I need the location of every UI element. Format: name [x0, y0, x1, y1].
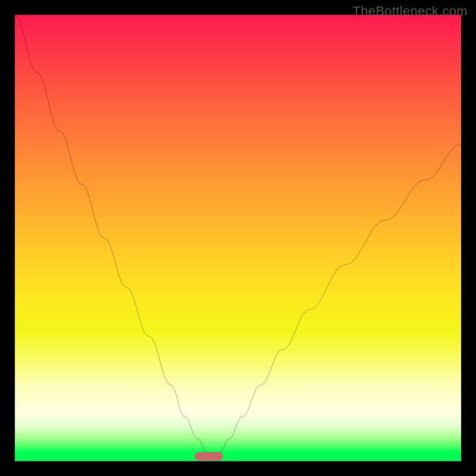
optimal-marker	[195, 452, 223, 461]
bottleneck-curves	[15, 15, 461, 461]
right-curve	[214, 145, 461, 462]
left-curve	[15, 15, 214, 461]
watermark-label: TheBottleneck.com	[353, 4, 468, 19]
plot-area	[15, 15, 461, 461]
chart-canvas: TheBottleneck.com	[0, 0, 476, 476]
curve-group	[15, 15, 461, 461]
